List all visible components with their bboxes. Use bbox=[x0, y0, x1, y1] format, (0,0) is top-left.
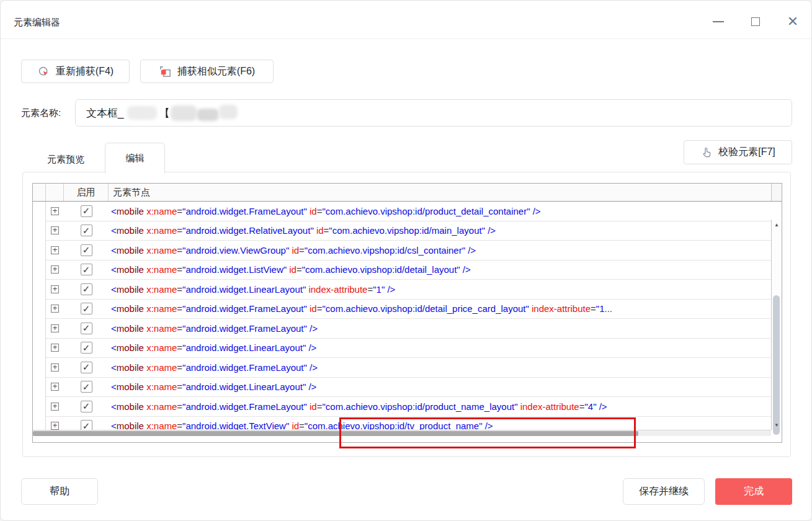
table-row[interactable]: +✓<mobile x:name="android.view.ViewGroup… bbox=[46, 241, 771, 260]
vertical-scrollbar[interactable]: ▲ ▼ bbox=[771, 220, 782, 430]
enable-cell: ✓ bbox=[64, 225, 109, 236]
table-row[interactable]: +✓<mobile x:name="android.widget.FrameLa… bbox=[46, 300, 771, 319]
finish-label: 完成 bbox=[744, 485, 764, 498]
enable-cell: ✓ bbox=[64, 362, 109, 373]
expand-cell: + bbox=[46, 422, 64, 430]
grid-rows: +✓<mobile x:name="android.widget.FrameLa… bbox=[46, 202, 771, 436]
row-enabled-checkbox[interactable]: ✓ bbox=[81, 264, 92, 275]
expand-cell: + bbox=[46, 324, 64, 332]
element-node-text: <mobile x:name="android.view.ViewGroup" … bbox=[109, 245, 771, 256]
expand-cell: + bbox=[46, 344, 64, 352]
grid-header: 启用 元素节点 bbox=[33, 184, 782, 202]
help-button[interactable]: 帮助 bbox=[21, 478, 98, 505]
expand-icon[interactable]: + bbox=[51, 285, 59, 293]
expand-icon[interactable]: + bbox=[51, 422, 59, 430]
row-enabled-checkbox[interactable]: ✓ bbox=[81, 342, 92, 354]
horizontal-scrollbar-thumb[interactable] bbox=[33, 431, 638, 436]
redaction-blob bbox=[127, 106, 157, 120]
table-row[interactable]: +✓<mobile x:name="android.widget.Relativ… bbox=[46, 221, 771, 241]
recapture-button[interactable]: 重新捕获(F4) bbox=[21, 60, 130, 83]
recapture-label: 重新捕获(F4) bbox=[56, 65, 114, 78]
expand-cell: + bbox=[46, 246, 64, 254]
expand-icon[interactable]: + bbox=[51, 246, 59, 254]
maximize-icon bbox=[751, 17, 760, 26]
enable-cell: ✓ bbox=[64, 264, 109, 275]
grid-header-gutter bbox=[33, 184, 46, 201]
scroll-down-icon[interactable]: ▼ bbox=[772, 422, 782, 428]
horizontal-scrollbar[interactable] bbox=[33, 430, 771, 436]
expand-icon[interactable]: + bbox=[51, 305, 59, 313]
row-enabled-checkbox[interactable]: ✓ bbox=[81, 303, 92, 314]
expand-icon[interactable]: + bbox=[51, 383, 59, 391]
capture-similar-label: 捕获相似元素(F6) bbox=[177, 65, 255, 78]
element-name-input[interactable]: 文本框_【 bbox=[75, 99, 792, 127]
row-enabled-checkbox[interactable]: ✓ bbox=[81, 244, 92, 256]
verify-element-button[interactable]: 校验元素[F7] bbox=[684, 140, 792, 164]
expand-cell: + bbox=[46, 363, 64, 372]
grid-gutter-column bbox=[33, 202, 46, 436]
element-node-text: <mobile x:name="android.widget.FrameLayo… bbox=[109, 323, 771, 334]
verify-element-label: 校验元素[F7] bbox=[718, 146, 775, 159]
grid-body: +✓<mobile x:name="android.widget.FrameLa… bbox=[33, 202, 782, 436]
maximize-button[interactable] bbox=[746, 12, 765, 32]
tab-edit[interactable]: 编辑 bbox=[105, 143, 165, 173]
element-node-text: <mobile x:name="android.widget.FrameLayo… bbox=[109, 362, 771, 373]
close-icon: ✕ bbox=[787, 15, 798, 29]
enable-cell: ✓ bbox=[64, 283, 109, 295]
element-editor-dialog: 元素编辑器 ✕ 重新捕获(F4) 捕获相似元素(F6) 元素名称: 文本 bbox=[0, 0, 812, 521]
expand-icon[interactable]: + bbox=[51, 265, 59, 274]
element-node-grid: 启用 元素节点 +✓<mobile x:name="android.widget… bbox=[32, 183, 782, 443]
expand-icon[interactable]: + bbox=[51, 207, 59, 215]
row-enabled-checkbox[interactable]: ✓ bbox=[81, 401, 92, 412]
vertical-scrollbar-thumb[interactable] bbox=[773, 295, 780, 435]
expand-icon[interactable]: + bbox=[51, 226, 59, 234]
save-and-continue-button[interactable]: 保存并继续 bbox=[623, 478, 705, 505]
element-node-text: <mobile x:name="android.widget.LinearLay… bbox=[109, 342, 771, 353]
expand-icon[interactable]: + bbox=[51, 363, 59, 372]
expand-icon[interactable]: + bbox=[51, 403, 59, 411]
element-name-label: 元素名称: bbox=[21, 107, 61, 119]
element-node-text: <mobile x:name="android.widget.LinearLay… bbox=[109, 284, 771, 295]
enable-cell: ✓ bbox=[64, 323, 109, 334]
redaction-blob bbox=[219, 105, 238, 119]
element-node-text: <mobile x:name="android.widget.FrameLayo… bbox=[109, 303, 771, 314]
expand-cell: + bbox=[46, 285, 64, 293]
row-enabled-checkbox[interactable]: ✓ bbox=[81, 283, 92, 295]
grid-header-scroll-col bbox=[771, 184, 782, 201]
scroll-up-icon[interactable]: ▲ bbox=[772, 222, 782, 228]
row-enabled-checkbox[interactable]: ✓ bbox=[81, 323, 92, 334]
close-button[interactable]: ✕ bbox=[783, 12, 803, 32]
expand-icon[interactable]: + bbox=[51, 324, 59, 332]
enable-cell: ✓ bbox=[64, 244, 109, 256]
grid-header-expand-col bbox=[46, 184, 64, 201]
row-enabled-checkbox[interactable]: ✓ bbox=[81, 381, 92, 393]
row-enabled-checkbox[interactable]: ✓ bbox=[81, 205, 92, 217]
recapture-icon bbox=[37, 65, 50, 78]
tab-edit-label: 编辑 bbox=[126, 153, 145, 164]
row-enabled-checkbox[interactable]: ✓ bbox=[81, 362, 92, 373]
table-row[interactable]: +✓<mobile x:name="android.widget.LinearL… bbox=[46, 280, 771, 300]
minimize-icon bbox=[713, 21, 724, 22]
redaction-blob bbox=[171, 105, 197, 121]
tab-element-preview[interactable]: 元素预览 bbox=[29, 147, 103, 172]
expand-cell: + bbox=[46, 207, 64, 215]
capture-similar-button[interactable]: 捕获相似元素(F6) bbox=[140, 60, 274, 83]
hand-pointer-icon bbox=[700, 146, 713, 159]
finish-button[interactable]: 完成 bbox=[715, 478, 792, 505]
table-row[interactable]: +✓<mobile x:name="android.widget.FrameLa… bbox=[46, 202, 771, 221]
table-row[interactable]: +✓<mobile x:name="android.widget.ListVie… bbox=[46, 260, 771, 280]
element-name-value: 文本框_ bbox=[86, 106, 123, 120]
titlebar: 元素编辑器 ✕ bbox=[1, 1, 811, 39]
help-label: 帮助 bbox=[50, 485, 69, 498]
table-row[interactable]: +✓<mobile x:name="android.widget.LinearL… bbox=[46, 378, 771, 398]
table-row[interactable]: +✓<mobile x:name="android.widget.FrameLa… bbox=[46, 319, 771, 339]
edit-tab-panel: 启用 元素节点 +✓<mobile x:name="android.widget… bbox=[22, 172, 791, 457]
expand-icon[interactable]: + bbox=[51, 344, 59, 352]
row-enabled-checkbox[interactable]: ✓ bbox=[81, 225, 92, 236]
enable-cell: ✓ bbox=[64, 381, 109, 393]
table-row[interactable]: +✓<mobile x:name="android.widget.FrameLa… bbox=[46, 358, 771, 378]
expand-cell: + bbox=[46, 265, 64, 274]
table-row[interactable]: +✓<mobile x:name="android.widget.LinearL… bbox=[46, 339, 771, 358]
minimize-button[interactable] bbox=[708, 12, 728, 32]
table-row[interactable]: +✓<mobile x:name="android.widget.FrameLa… bbox=[46, 397, 771, 417]
